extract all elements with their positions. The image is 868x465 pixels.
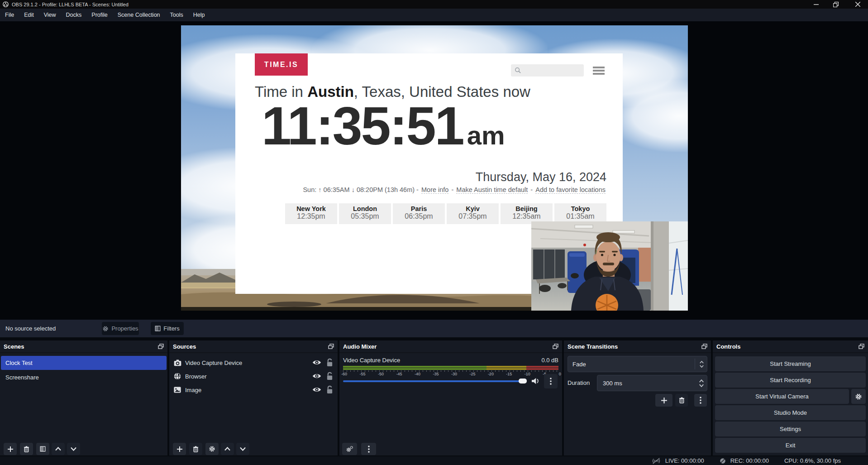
visibility-eye-icon[interactable]: [312, 386, 321, 393]
double-gear-icon: [346, 446, 353, 452]
volume-slider-handle[interactable]: [519, 379, 527, 384]
add-transition-button[interactable]: [655, 394, 672, 407]
scene-filters-button[interactable]: [36, 443, 49, 455]
sources-dock-header: Sources: [169, 340, 338, 353]
menu-edit[interactable]: Edit: [19, 9, 39, 21]
controls-header: Controls: [713, 340, 868, 353]
source-row-browser[interactable]: Browser: [169, 369, 338, 383]
chevron-up-icon: [700, 361, 704, 364]
scenes-dock: Scenes Clock Test Screenshare: [0, 340, 167, 455]
close-icon: [855, 2, 860, 7]
sun-info-line: Sun: ↑ 06:35AM ↓ 08:20PM (13h 46m) - Mor…: [255, 186, 606, 193]
popout-icon[interactable]: [553, 344, 558, 349]
advanced-audio-button[interactable]: [342, 443, 357, 455]
scene-item-screenshare[interactable]: Screenshare: [1, 370, 167, 384]
minimize-button[interactable]: [808, 0, 824, 9]
virtual-camera-config-button[interactable]: [851, 389, 866, 404]
source-row-image[interactable]: Image: [169, 383, 338, 397]
city-card: New York12:35pm: [285, 203, 337, 224]
popout-icon[interactable]: [158, 344, 164, 349]
settings-button[interactable]: Settings: [715, 422, 866, 436]
chevron-up-icon: [224, 447, 230, 451]
menu-tools[interactable]: Tools: [165, 9, 188, 21]
duration-label: Duration: [568, 379, 590, 386]
start-streaming-button[interactable]: Start Streaming: [715, 356, 866, 371]
volume-slider-track[interactable]: [343, 380, 520, 382]
webcam-overlay: [531, 221, 688, 311]
image-icon: [174, 387, 181, 393]
sources-dock: Sources Video Capture Device: [169, 340, 338, 455]
menu-help[interactable]: Help: [188, 9, 210, 21]
city-card: London05:35pm: [339, 203, 391, 224]
transitions-header: Scene Transitions: [564, 340, 711, 353]
timeis-search-box: [511, 64, 584, 77]
popout-icon[interactable]: [858, 344, 864, 349]
lock-icon[interactable]: [326, 372, 333, 380]
speaker-icon[interactable]: [531, 377, 540, 385]
filters-button[interactable]: Filters: [151, 322, 184, 335]
mixer-level-db: 0.0 dB: [541, 357, 558, 364]
stream-inactive-icon: [652, 458, 661, 464]
remove-transition-button[interactable]: [675, 394, 688, 407]
transition-menu-button[interactable]: [694, 394, 707, 407]
record-inactive-icon: [720, 458, 726, 464]
current-date: Thursday, May 16, 2024: [235, 170, 606, 184]
restore-button[interactable]: [828, 0, 844, 9]
obs-logo-icon: [3, 1, 9, 7]
meter-scale: -60-55-50-45-40-35-30-25-20-15-10-50: [341, 372, 561, 376]
mixer-menu-button[interactable]: [361, 443, 376, 455]
chevron-down-icon: [71, 447, 76, 451]
source-row-video-capture[interactable]: Video Capture Device: [169, 356, 338, 369]
controls-dock: Controls Start Streaming Start Recording…: [713, 340, 868, 455]
scenes-dock-header: Scenes: [0, 340, 167, 353]
transition-select[interactable]: Fade: [568, 356, 707, 372]
trash-icon: [193, 446, 199, 452]
scene-move-up-button[interactable]: [52, 443, 65, 455]
minimize-icon: [814, 2, 819, 7]
popout-icon[interactable]: [701, 344, 707, 349]
lock-icon[interactable]: [326, 385, 333, 394]
studio-mode-button[interactable]: Studio Mode: [715, 405, 866, 420]
remove-source-button[interactable]: [189, 443, 202, 455]
spin-up-icon[interactable]: [699, 379, 704, 383]
lock-icon[interactable]: [326, 358, 333, 367]
menu-docks[interactable]: Docks: [61, 9, 87, 21]
audio-mixer-dock: Audio Mixer Video Capture Device 0.0 dB …: [339, 340, 562, 455]
preview-canvas[interactable]: TIME.IS Time in Austin, Texas, United St…: [181, 25, 688, 311]
start-virtual-camera-button[interactable]: Start Virtual Camera: [715, 389, 849, 404]
add-favorite-link: Add to favorite locations: [535, 186, 606, 194]
kebab-menu-icon: [368, 446, 370, 453]
properties-button[interactable]: Properties: [102, 322, 139, 335]
audio-mixer-header: Audio Mixer: [339, 340, 562, 353]
visibility-eye-icon[interactable]: [312, 373, 321, 379]
add-source-button[interactable]: [173, 443, 186, 455]
exit-button[interactable]: Exit: [715, 438, 866, 453]
menu-profile[interactable]: Profile: [86, 9, 112, 21]
close-button[interactable]: [850, 0, 865, 9]
plus-icon: [7, 446, 14, 452]
menu-bar: File Edit View Docks Profile Scene Colle…: [0, 9, 868, 21]
source-move-up-button[interactable]: [221, 443, 234, 455]
gear-icon: [102, 326, 109, 332]
scene-move-down-button[interactable]: [67, 443, 80, 455]
source-move-down-button[interactable]: [236, 443, 249, 455]
duration-spinbox[interactable]: 300 ms: [597, 375, 707, 391]
source-properties-button[interactable]: [205, 443, 219, 455]
add-scene-button[interactable]: [4, 443, 17, 455]
visibility-eye-icon[interactable]: [312, 359, 321, 366]
plus-icon: [661, 397, 668, 404]
kebab-menu-icon: [700, 397, 701, 404]
popout-icon[interactable]: [328, 344, 334, 349]
title-bar: OBS 29.1.2 - Profile: LLHLS BETA - Scene…: [0, 0, 868, 9]
menu-scene-collection[interactable]: Scene Collection: [113, 9, 165, 21]
spin-down-icon[interactable]: [699, 384, 704, 387]
menu-view[interactable]: View: [39, 9, 61, 21]
start-recording-button[interactable]: Start Recording: [715, 373, 866, 388]
status-bar: LIVE: 00:00:00 REC: 00:00:00 CPU: 0.6%, …: [0, 456, 868, 465]
rec-timer: REC: 00:00:00: [730, 457, 769, 464]
scene-item-clock-test[interactable]: Clock Test: [1, 356, 167, 370]
current-time: 11:35:51am: [262, 99, 505, 153]
remove-scene-button[interactable]: [20, 443, 33, 455]
menu-file[interactable]: File: [0, 9, 19, 21]
mixer-channel-menu-button[interactable]: [544, 374, 558, 388]
